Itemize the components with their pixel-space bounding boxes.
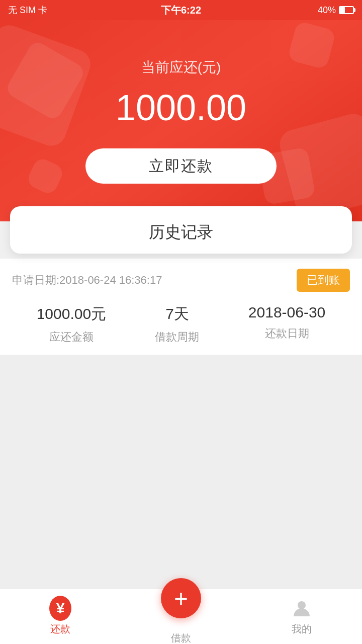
status-time: 下午6:22: [161, 4, 201, 17]
period-label: 借款周期: [155, 330, 199, 345]
nav-item-loan[interactable]: + 借款: [121, 588, 241, 644]
battery-icon: [339, 6, 354, 14]
history-card: 历史记录: [10, 206, 352, 254]
hero-amount: 1000.00: [116, 87, 246, 128]
record-section: 申请日期:2018-06-24 16:36:17 已到账 1000.00元 应还…: [0, 259, 362, 355]
record-details: 1000.00元 应还金额 7天 借款周期 2018-06-30 还款日期: [12, 304, 350, 345]
loan-center-button[interactable]: +: [161, 578, 201, 618]
nav-label-loan: 借款: [171, 631, 191, 644]
amount-value: 1000.00元: [37, 304, 106, 325]
bottom-nav: ¥ 还款 + 借款 我的: [0, 589, 362, 644]
deco-square-2: [287, 21, 336, 70]
status-bar: 无 SIM 卡 下午6:22 40%: [0, 0, 362, 20]
record-header: 申请日期:2018-06-24 16:36:17 已到账: [12, 269, 350, 292]
repay-now-button[interactable]: 立即还款: [85, 148, 277, 184]
repay-icon: ¥: [49, 597, 71, 619]
repay-date-value: 2018-06-30: [248, 304, 325, 321]
status-right: 40%: [318, 5, 354, 16]
deco-square-4: [25, 156, 65, 196]
svg-point-0: [298, 601, 306, 609]
nav-label-repay: 还款: [50, 622, 70, 636]
empty-gray-area: [0, 355, 362, 589]
detail-repay-date: 2018-06-30 还款日期: [248, 304, 325, 345]
amount-label: 应还金额: [49, 330, 94, 345]
repay-date-label: 还款日期: [265, 326, 309, 341]
application-date: 申请日期:2018-06-24 16:36:17: [12, 273, 162, 288]
person-icon: [291, 597, 313, 619]
main-content: 当前应还(元) 1000.00 立即还款 历史记录 申请日期:2018-06-2…: [0, 20, 362, 589]
hero-section: 当前应还(元) 1000.00 立即还款: [0, 20, 362, 221]
nav-label-mine: 我的: [292, 622, 312, 636]
status-network: 无 SIM 卡: [8, 4, 47, 16]
hero-subtitle: 当前应还(元): [141, 58, 221, 77]
status-badge: 已到账: [297, 269, 350, 292]
battery-percent: 40%: [318, 5, 336, 16]
nav-item-repay[interactable]: ¥ 还款: [0, 597, 121, 636]
deco-square-1: [4, 39, 86, 122]
nav-item-mine[interactable]: 我的: [241, 597, 362, 636]
history-title: 历史记录: [10, 206, 352, 254]
detail-amount: 1000.00元 应还金额: [37, 304, 106, 345]
detail-period: 7天 借款周期: [155, 304, 199, 345]
period-value: 7天: [165, 304, 189, 325]
